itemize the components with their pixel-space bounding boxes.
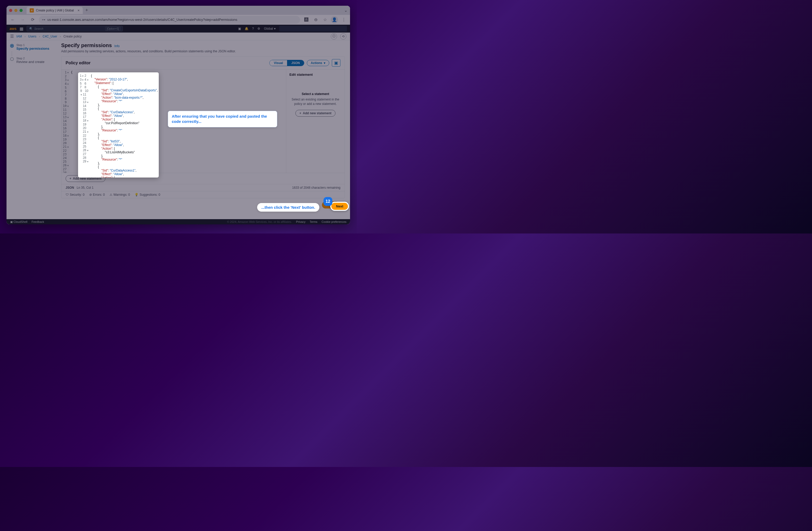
- step-radio-inactive: [10, 57, 14, 61]
- wizard-step-2[interactable]: Step 2 Review and create: [6, 56, 61, 64]
- toggle-json[interactable]: JSON: [287, 60, 304, 66]
- window-close[interactable]: [9, 9, 12, 12]
- line-gutter: 1▾ 2 3▾ 4▾ 5 6 7 8 9 10▾ 11 12 13▾ 14 15…: [61, 70, 70, 173]
- services-grid-icon[interactable]: ▦: [19, 26, 24, 31]
- footer-cloudshell[interactable]: ▣ CloudShell: [10, 220, 27, 224]
- settings-icon[interactable]: ⚙: [257, 27, 260, 30]
- step-label: Review and create: [16, 60, 44, 64]
- footer-terms[interactable]: Terms: [310, 220, 318, 223]
- lint-warnings: Warnings: 0: [114, 193, 130, 197]
- nav-reload-icon[interactable]: ⟳: [29, 16, 36, 24]
- account-menu[interactable]: [279, 26, 347, 31]
- footer-privacy[interactable]: Privacy: [296, 220, 306, 223]
- lint-bar: 🛡Security: 0 ⊘Errors: 0 ⚠Warnings: 0 💡Su…: [61, 191, 345, 198]
- actions-dropdown[interactable]: Actions ▾: [307, 60, 329, 66]
- browser-tab[interactable]: a Create policy | IAM | Global ×: [27, 7, 83, 14]
- shield-icon: 🛡: [66, 193, 69, 197]
- address-bar[interactable]: ⊶ us-east-1.console.aws.amazon.com/iam/h…: [39, 16, 300, 24]
- traffic-lights: [9, 9, 23, 12]
- url-text: us-east-1.console.aws.amazon.com/iam/hom…: [47, 18, 237, 21]
- empty-state-text: Select an existing statement in the poli…: [289, 97, 342, 106]
- notifications-icon[interactable]: 🔔: [245, 27, 248, 30]
- panel-heading: Edit statement: [289, 73, 342, 76]
- translate-icon[interactable]: 🅰: [303, 16, 310, 24]
- chevron-right-icon: ›: [39, 34, 40, 38]
- tabs-dropdown-icon[interactable]: ⌄: [344, 8, 347, 13]
- breadcrumb-bar: ☰ IAM › Users › C4C_User › Create policy…: [6, 32, 350, 40]
- breadcrumb-current: Create policy: [63, 34, 82, 38]
- breadcrumb-iam[interactable]: IAM: [16, 34, 22, 38]
- refresh-icon[interactable]: ⟲: [340, 33, 346, 40]
- step-label: Specify permissions: [16, 47, 49, 51]
- next-button-highlight[interactable]: Next: [331, 203, 348, 210]
- cloudshell-icon: ▣: [10, 220, 14, 223]
- chevron-right-icon: ›: [25, 34, 26, 38]
- add-statement-button[interactable]: + Add new statement: [295, 110, 335, 117]
- footer-copyright: © 2024, Amazon Web Services, Inc. or its…: [227, 220, 292, 223]
- editor-status-bar: JSON Ln 35, Col 1 1633 of 2048 character…: [61, 184, 345, 191]
- region-selector[interactable]: Global ▾: [264, 27, 276, 30]
- status-mode: JSON: [66, 186, 74, 189]
- aws-logo[interactable]: aws: [10, 27, 16, 31]
- main-area: Step 1 Specify permissions Step 2 Review…: [6, 40, 350, 219]
- profile-icon[interactable]: 👤: [331, 16, 338, 24]
- status-chars: 1633 of 2048 characters remaining: [292, 186, 340, 189]
- panel-title: Policy editor: [66, 61, 90, 65]
- chevron-down-icon: ▾: [274, 27, 276, 30]
- nav-back-icon[interactable]: ←: [9, 16, 16, 24]
- tab-close-icon[interactable]: ×: [77, 8, 79, 13]
- empty-state-title: Select a statement: [289, 92, 342, 96]
- editor-mode-toggle: Visual JSON: [270, 60, 304, 66]
- tab-title: Create policy | IAM | Global: [36, 9, 74, 12]
- toggle-visual[interactable]: Visual: [270, 60, 287, 66]
- edit-statement-panel: Edit statement Select a statement Select…: [286, 70, 345, 173]
- zoom-icon[interactable]: ⊖: [312, 16, 319, 24]
- chevron-down-icon: ▾: [324, 61, 325, 65]
- aws-search-input[interactable]: 🔍 Search [Option+S]: [27, 26, 123, 31]
- wizard-step-1[interactable]: Step 1 Specify permissions: [6, 43, 61, 51]
- page-title: Specify permissions: [61, 42, 112, 48]
- aws-footer: ▣ CloudShell Feedback © 2024, Amazon Web…: [6, 219, 350, 224]
- lint-suggestions: Suggestions: 0: [140, 193, 160, 197]
- wizard-sidebar: Step 1 Specify permissions Step 2 Review…: [6, 40, 61, 219]
- browser-toolbar: ← → ⟳ ⊶ us-east-1.console.aws.amazon.com…: [6, 15, 350, 25]
- aws-header: aws ▦ 🔍 Search [Option+S] ▣ 🔔 ? ⚙ Global…: [6, 25, 350, 32]
- window-minimize[interactable]: [14, 9, 17, 12]
- lint-errors: Errors: 0: [93, 193, 105, 197]
- cloudshell-icon[interactable]: ▣: [238, 27, 241, 30]
- page-subtitle: Add permissions by selecting services, a…: [61, 49, 345, 53]
- browser-tab-strip: a Create policy | IAM | Global × + ⌄: [6, 6, 350, 15]
- chrome-menu-icon[interactable]: ⋮: [340, 16, 347, 24]
- info-icon[interactable]: ⓘ: [331, 33, 337, 40]
- warning-icon: ⚠: [110, 193, 113, 197]
- footer-feedback[interactable]: Feedback: [31, 220, 44, 224]
- tutorial-callout-1: After ensuring that you have copied and …: [168, 111, 277, 127]
- breadcrumb-users[interactable]: Users: [28, 34, 36, 38]
- fullscreen-icon[interactable]: ▣: [332, 59, 340, 67]
- new-tab-button[interactable]: +: [85, 8, 88, 13]
- window-maximize[interactable]: [19, 9, 23, 12]
- help-icon[interactable]: ?: [252, 27, 254, 30]
- highlight-next-button: Next: [330, 202, 349, 211]
- nav-forward-icon[interactable]: →: [19, 16, 26, 24]
- lightbulb-icon: 💡: [134, 193, 139, 197]
- breadcrumb-user[interactable]: C4C_User: [43, 34, 57, 38]
- tutorial-step-badge: 12: [323, 197, 332, 206]
- sidebar-toggle-icon[interactable]: ☰: [10, 34, 14, 39]
- step-num: Step 1: [16, 43, 49, 47]
- search-shortcut: [Option+S]: [105, 27, 121, 31]
- status-cursor: Ln 35, Col 1: [77, 186, 94, 189]
- step-num: Step 2: [16, 57, 44, 60]
- tab-favicon: a: [30, 8, 34, 13]
- search-icon: 🔍: [29, 27, 32, 30]
- site-settings-icon[interactable]: ⊶: [42, 18, 45, 21]
- error-icon: ⊘: [89, 193, 92, 197]
- tutorial-callout-2: ...then click the 'Next' button.: [257, 203, 319, 212]
- info-link[interactable]: Info: [115, 44, 120, 48]
- lint-security: Security: 0: [70, 193, 85, 197]
- step-radio-active: [10, 44, 14, 48]
- chevron-right-icon: ›: [60, 34, 61, 38]
- bookmark-icon[interactable]: ☆: [321, 16, 329, 24]
- search-placeholder: Search: [34, 27, 43, 30]
- footer-cookies[interactable]: Cookie preferences: [322, 220, 346, 223]
